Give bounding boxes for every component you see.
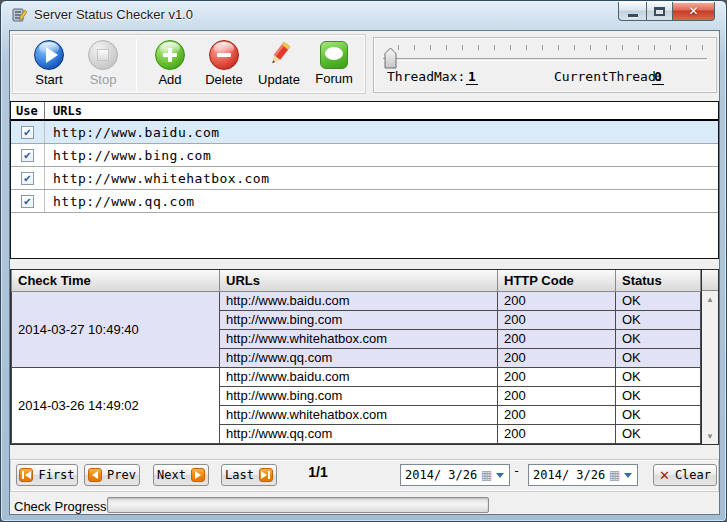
url-checkbox[interactable]: ✔ — [21, 195, 34, 208]
results-scrollbar[interactable]: ▲ ▼ — [701, 270, 718, 444]
title-bar[interactable]: Server Status Checker v1.0 ✕ — [1, 1, 726, 30]
caption-buttons: ✕ — [618, 2, 715, 21]
delete-button[interactable]: Delete — [197, 37, 251, 93]
url-text: http://www.qq.com — [45, 190, 718, 212]
add-plus-icon — [155, 40, 185, 70]
result-status-cell: OK — [616, 329, 701, 348]
start-play-icon — [34, 40, 64, 70]
last-icon — [259, 468, 273, 482]
forum-button[interactable]: Forum — [307, 37, 361, 93]
toolbar: Start Stop Add Delete — [12, 34, 366, 94]
url-row[interactable]: ✔ http://www.bing.com — [11, 144, 718, 167]
urls-column-header: URLs — [220, 270, 498, 291]
url-text: http://www.baidu.com — [45, 121, 718, 143]
result-url-cell: http://www.bing.com — [220, 386, 498, 405]
start-label: Start — [35, 72, 62, 87]
update-label: Update — [258, 72, 300, 87]
last-label: Last — [225, 468, 254, 482]
scroll-down-icon[interactable]: ▼ — [702, 428, 718, 444]
result-status-cell: OK — [616, 348, 701, 367]
results-header-row: Check Time URLs HTTP Code Status — [12, 270, 701, 291]
minimize-button[interactable] — [618, 2, 646, 21]
result-row: 2014-03-27 10:49:40 http://www.baidu.com… — [12, 291, 701, 310]
results-table: Check Time URLs HTTP Code Status 2014-03… — [10, 269, 719, 445]
scrollbar-track[interactable] — [702, 307, 718, 428]
check-time-column-header: Check Time — [12, 270, 220, 291]
start-button[interactable]: Start — [22, 37, 76, 93]
url-row[interactable]: ✔ http://www.whitehatbox.com — [11, 167, 718, 190]
next-page-button[interactable]: Next — [153, 464, 209, 486]
url-text: http://www.bing.com — [45, 144, 718, 166]
first-page-button[interactable]: First — [16, 464, 78, 486]
forum-label: Forum — [315, 71, 353, 86]
url-text: http://www.whitehatbox.com — [45, 167, 718, 189]
check-progress-label: Check Progress: — [14, 499, 110, 514]
last-page-button[interactable]: Last — [221, 464, 277, 486]
result-code-cell: 200 — [498, 329, 616, 348]
next-label: Next — [157, 468, 186, 482]
add-button[interactable]: Add — [143, 37, 197, 93]
calendar-icon[interactable]: ▦ — [609, 469, 620, 481]
result-code-cell: 200 — [498, 367, 616, 386]
maximize-button[interactable] — [646, 2, 673, 21]
first-icon — [19, 468, 33, 482]
prev-icon — [88, 468, 102, 482]
url-checkbox[interactable]: ✔ — [21, 149, 34, 162]
clear-x-icon: ✕ — [659, 468, 670, 483]
url-table: Use URLs ✔ http://www.baidu.com ✔ http:/… — [10, 101, 719, 259]
delete-minus-icon — [209, 40, 239, 70]
pagination-bar: First Prev Next Last 1/1 2014/ 3/26 ▦ - — [10, 459, 719, 492]
first-label: First — [38, 468, 74, 482]
page-indicator: 1/1 — [293, 464, 343, 486]
result-url-cell: http://www.baidu.com — [220, 367, 498, 386]
update-button[interactable]: Update — [251, 37, 307, 93]
urls-column-header: URLs — [45, 104, 718, 118]
result-code-cell: 200 — [498, 405, 616, 424]
date-to-value: 2014/ 3/26 — [529, 468, 609, 482]
thread-panel: ThreadMax: 1 CurrentThread: 0 — [373, 37, 717, 93]
scrollbar-header-corner — [702, 270, 718, 291]
result-code-cell: 200 — [498, 348, 616, 367]
check-time-cell: 2014-03-27 10:49:40 — [12, 291, 220, 367]
status-column-header: Status — [616, 270, 701, 291]
result-url-cell: http://www.baidu.com — [220, 291, 498, 310]
forum-chat-icon — [320, 41, 348, 69]
threadmax-label: ThreadMax: — [387, 69, 465, 84]
result-code-cell: 200 — [498, 310, 616, 329]
date-to-picker[interactable]: 2014/ 3/26 ▦ — [528, 464, 638, 486]
url-row[interactable]: ✔ http://www.qq.com — [11, 190, 718, 213]
scroll-up-icon[interactable]: ▲ — [702, 291, 718, 307]
result-status-cell: OK — [616, 386, 701, 405]
clear-button[interactable]: ✕ Clear — [653, 464, 717, 486]
add-label: Add — [158, 72, 181, 87]
stop-label: Stop — [90, 72, 117, 87]
update-pencil-icon — [264, 40, 294, 70]
close-button[interactable]: ✕ — [673, 2, 715, 21]
result-status-cell: OK — [616, 367, 701, 386]
calendar-icon[interactable]: ▦ — [481, 469, 492, 481]
result-code-cell: 200 — [498, 386, 616, 405]
thread-slider-track[interactable] — [383, 58, 707, 61]
stop-button[interactable]: Stop — [76, 37, 130, 93]
result-url-cell: http://www.whitehatbox.com — [220, 329, 498, 348]
client-area: Start Stop Add Delete — [9, 30, 720, 515]
maximize-icon — [654, 7, 665, 16]
currentthread-label: CurrentThread: — [554, 69, 664, 84]
date-from-value: 2014/ 3/26 — [401, 468, 481, 482]
result-code-cell: 200 — [498, 424, 616, 443]
date-from-picker[interactable]: 2014/ 3/26 ▦ — [400, 464, 510, 486]
url-checkbox[interactable]: ✔ — [21, 172, 34, 185]
thread-slider-thumb[interactable] — [384, 47, 397, 69]
url-checkbox[interactable]: ✔ — [21, 126, 34, 139]
chevron-down-icon[interactable] — [624, 473, 632, 482]
app-icon — [12, 7, 28, 23]
url-row[interactable]: ✔ http://www.baidu.com — [11, 121, 718, 144]
result-status-cell: OK — [616, 405, 701, 424]
result-row: 2014-03-26 14:49:02 http://www.baidu.com… — [12, 367, 701, 386]
slider-tick-marks — [398, 45, 704, 50]
result-url-cell: http://www.bing.com — [220, 310, 498, 329]
result-url-cell: http://www.qq.com — [220, 424, 498, 443]
result-code-cell: 200 — [498, 291, 616, 310]
prev-page-button[interactable]: Prev — [84, 464, 140, 486]
chevron-down-icon[interactable] — [496, 473, 504, 482]
